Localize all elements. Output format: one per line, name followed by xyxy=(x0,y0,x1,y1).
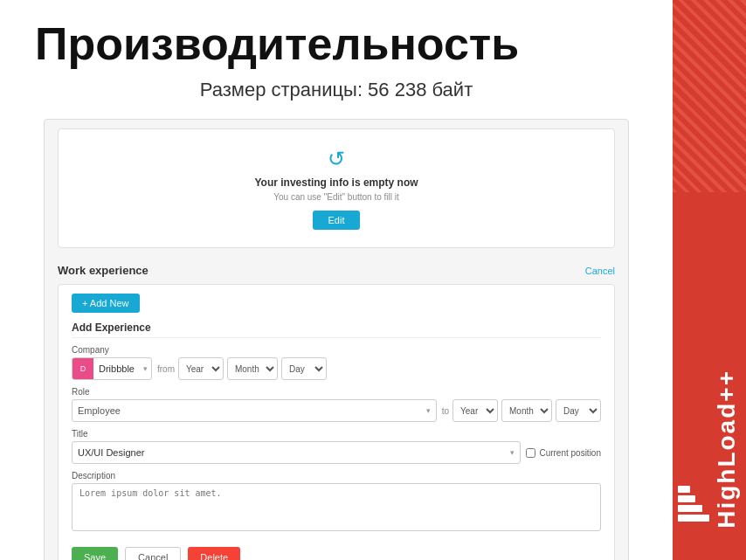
empty-state-description: You can use "Edit" button to fill it xyxy=(76,192,597,202)
from-day-select[interactable]: Day xyxy=(281,357,327,380)
company-label: Company xyxy=(72,345,601,355)
ui-container: ↺ Your investing info is empty now You c… xyxy=(44,119,629,560)
company-text: Dribbble xyxy=(93,363,140,374)
company-icon: D xyxy=(73,357,93,380)
empty-state-icon: ↺ xyxy=(76,147,597,171)
role-select[interactable]: Employee ▾ xyxy=(72,399,437,422)
to-date-group: to Year Month Day xyxy=(442,399,601,422)
description-textarea[interactable] xyxy=(72,483,601,531)
empty-state-title: Your investing info is empty now xyxy=(76,176,597,189)
current-position-label: Current position xyxy=(539,448,601,458)
to-year-select[interactable]: Year xyxy=(452,399,498,422)
form-section-title: Add Experience xyxy=(72,321,601,338)
sidebar-pattern xyxy=(673,0,746,192)
title-label: Title xyxy=(72,429,601,439)
delete-button[interactable]: Delete xyxy=(188,547,240,560)
to-day-select[interactable]: Day xyxy=(556,399,601,422)
company-field-block: Company D Dribbble ▾ from Year Month xyxy=(72,345,601,380)
add-new-button[interactable]: + Add New xyxy=(72,294,140,313)
role-label: Role xyxy=(72,387,601,397)
highload-bars-icon xyxy=(678,486,709,522)
title-field-block: Title UX/UI Designer ▾ Current position xyxy=(72,429,601,464)
edit-button[interactable]: Edit xyxy=(313,211,361,230)
highload-brand-text: HighLoad++ xyxy=(713,370,741,529)
description-label: Description xyxy=(72,471,601,480)
current-position-checkbox[interactable] xyxy=(526,448,535,458)
company-dropdown-arrow: ▾ xyxy=(140,364,151,373)
work-experience-cancel-link[interactable]: Cancel xyxy=(585,266,615,276)
from-label: from xyxy=(157,364,175,374)
page-subtitle: Размер страницы: 56 238 байт xyxy=(35,79,638,101)
role-row: Employee ▾ to Year Month Day xyxy=(72,399,601,422)
to-month-select[interactable]: Month xyxy=(501,399,552,422)
role-dropdown-arrow: ▾ xyxy=(426,406,431,415)
right-sidebar: HighLoad++ xyxy=(673,0,746,560)
save-button[interactable]: Save xyxy=(72,547,118,560)
sidebar-logo-area: HighLoad++ xyxy=(673,370,746,534)
title-row: UX/UI Designer ▾ Current position xyxy=(72,441,601,464)
current-position-wrap: Current position xyxy=(526,448,601,458)
description-field-block: Description xyxy=(72,471,601,535)
page-title: Производительность xyxy=(35,17,638,70)
role-field-block: Role Employee ▾ to Year Month xyxy=(72,387,601,422)
title-dropdown-arrow: ▾ xyxy=(510,448,515,457)
title-select[interactable]: UX/UI Designer ▾ xyxy=(72,441,521,464)
from-year-select[interactable]: Year xyxy=(178,357,224,380)
company-input[interactable]: D Dribbble ▾ xyxy=(72,357,152,380)
from-month-select[interactable]: Month xyxy=(227,357,278,380)
role-value: Employee xyxy=(78,405,426,416)
company-row: D Dribbble ▾ from Year Month Day xyxy=(72,357,601,380)
empty-state-card: ↺ Your investing info is empty now You c… xyxy=(58,128,615,248)
work-experience-header: Work experience Cancel xyxy=(45,257,628,284)
title-value: UX/UI Designer xyxy=(78,447,510,458)
main-content: Производительность Размер страницы: 56 2… xyxy=(0,0,673,560)
work-experience-title: Work experience xyxy=(58,264,149,277)
form-area: + Add New Add Experience Company D Dribb… xyxy=(58,284,615,560)
form-actions: Save Cancel Delete xyxy=(72,540,601,560)
cancel-button[interactable]: Cancel xyxy=(125,547,181,560)
to-label: to xyxy=(442,406,449,416)
from-date-group: from Year Month Day xyxy=(157,357,327,380)
